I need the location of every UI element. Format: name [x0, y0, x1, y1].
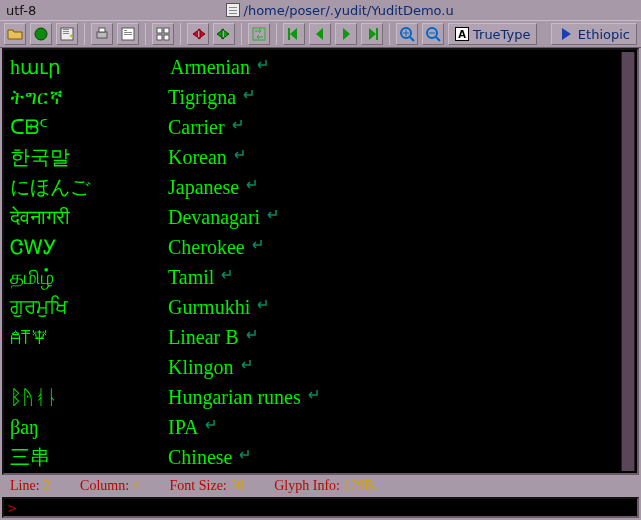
native-text[interactable]: 𐀁𐀵𐁆	[10, 326, 168, 349]
english-text[interactable]: Gurmukhi	[168, 296, 268, 319]
newline-icon	[218, 269, 232, 285]
text-row[interactable]: ትግርኛTigrigna	[10, 82, 631, 112]
statusbar: Line: 2 Column: 4 Font Size: 20 Glyph In…	[0, 475, 641, 497]
english-text[interactable]: Korean	[168, 146, 245, 169]
separator	[276, 23, 277, 45]
english-text[interactable]: IPA	[168, 416, 216, 439]
newline-icon	[236, 449, 250, 465]
newline-icon	[231, 149, 245, 165]
prev-button[interactable]	[309, 23, 331, 45]
last-button[interactable]	[361, 23, 383, 45]
grid-button[interactable]	[152, 23, 174, 45]
newline-icon	[254, 299, 268, 315]
svg-line-23	[436, 37, 440, 41]
native-text[interactable]: にほんご	[10, 174, 168, 201]
svg-rect-17	[376, 28, 378, 40]
open-button[interactable]	[4, 23, 26, 45]
newline-icon	[264, 209, 278, 225]
text-row[interactable]: ᛒᚤᚮᚿHungarian runes	[10, 382, 631, 412]
svg-rect-11	[157, 28, 162, 33]
svg-rect-14	[164, 35, 169, 40]
native-text[interactable]: தமிழ்	[10, 266, 168, 289]
editor-area[interactable]: hաւրArmenianትግርኛTigrignaᑕᗸᑦCarrier한국말Kor…	[2, 48, 639, 475]
redo-button[interactable]	[213, 23, 235, 45]
line-value: 2	[43, 478, 50, 493]
newline-icon	[305, 389, 319, 405]
native-text[interactable]: ਗੁਰਮੁਖਿ	[10, 296, 168, 319]
text-row[interactable]: தமிழ்Tamil	[10, 262, 631, 292]
text-row[interactable]: ᑕᗸᑦCarrier	[10, 112, 631, 142]
english-text[interactable]: Carrier	[168, 116, 243, 139]
text-row[interactable]: 三串Chinese	[10, 442, 631, 472]
undo-button[interactable]	[187, 23, 209, 45]
english-text[interactable]: Chinese	[168, 446, 250, 469]
native-text[interactable]: देवनागरी	[10, 206, 168, 229]
english-text[interactable]: Japanese	[168, 176, 257, 199]
next-button[interactable]	[335, 23, 357, 45]
title-center: /home/poser/.yudit/YuditDemo.u	[44, 3, 635, 18]
titlebar: utf-8 /home/poser/.yudit/YuditDemo.u	[0, 0, 641, 20]
native-text[interactable]: ትግርኛ	[10, 86, 168, 109]
svg-rect-9	[124, 32, 132, 33]
text-row[interactable]: देवनागरीDevanagari	[10, 202, 631, 232]
native-text[interactable]: ᏣᎳᎩ	[10, 236, 168, 259]
english-text[interactable]: Cherokee	[168, 236, 263, 259]
newline-icon	[254, 59, 268, 75]
english-text[interactable]: Klingon	[168, 356, 252, 379]
text-row[interactable]: ਗੁਰਮੁਖਿGurmukhi	[10, 292, 631, 322]
zoom-out-button[interactable]	[422, 23, 444, 45]
newline-icon	[229, 119, 243, 135]
script-selector[interactable]: Ethiopic	[551, 23, 637, 45]
text-row[interactable]: 한국말Korean	[10, 142, 631, 172]
native-text[interactable]: ᛒᚤᚮᚿ	[10, 386, 168, 409]
svg-rect-15	[253, 28, 265, 40]
save-button[interactable]	[56, 23, 78, 45]
native-text[interactable]: ᑕᗸᑦ	[10, 115, 168, 139]
text-row[interactable]: ᏣᎳᎩCherokee	[10, 232, 631, 262]
separator	[180, 23, 181, 45]
command-line[interactable]: >	[2, 497, 639, 518]
native-text[interactable]: 三串	[10, 444, 168, 471]
text-content[interactable]: hաւրArmenianትግርኛTigrignaᑕᗸᑦCarrier한국말Kor…	[4, 50, 637, 474]
font-label: TrueType	[473, 27, 530, 42]
direction-button[interactable]	[248, 23, 270, 45]
svg-rect-12	[164, 28, 169, 33]
font-glyph-icon: A	[455, 27, 469, 41]
native-text[interactable]: βaŋ	[10, 416, 168, 439]
english-text[interactable]: Hungarian runes	[168, 386, 319, 409]
scrollbar-thumb[interactable]	[622, 52, 634, 471]
english-text[interactable]: Tamil	[168, 266, 232, 289]
english-text[interactable]: Devanagari	[168, 206, 278, 229]
fontsize-label: Font Size:	[170, 478, 227, 493]
english-text[interactable]: Linear B	[168, 326, 257, 349]
file-path: /home/poser/.yudit/YuditDemo.u	[244, 3, 454, 18]
zoom-in-button[interactable]	[396, 23, 418, 45]
text-row[interactable]: βaŋIPA	[10, 412, 631, 442]
command-input[interactable]	[16, 500, 633, 515]
svg-rect-3	[63, 31, 69, 32]
script-label: Ethiopic	[578, 27, 630, 42]
english-text[interactable]: Armenian	[168, 56, 268, 79]
text-row[interactable]: hաւրArmenian	[10, 52, 631, 82]
preview-button[interactable]	[117, 23, 139, 45]
svg-rect-8	[124, 30, 127, 31]
text-row[interactable]: 𐀁𐀵𐁆Linear B	[10, 322, 631, 352]
fontsize-value: 20	[230, 478, 244, 493]
svg-rect-6	[99, 28, 105, 32]
english-text[interactable]: Tigrigna	[168, 86, 254, 109]
native-text[interactable]: 한국말	[10, 144, 168, 171]
newline-icon	[238, 359, 252, 375]
text-row[interactable]: にほんごJapanese	[10, 172, 631, 202]
text-row[interactable]: Klingon	[10, 352, 631, 382]
svg-rect-2	[63, 29, 69, 30]
svg-line-19	[410, 37, 414, 41]
first-button[interactable]	[283, 23, 305, 45]
newline-icon	[240, 89, 254, 105]
play-icon	[558, 26, 574, 42]
native-text[interactable]: hաւր	[10, 55, 168, 79]
print-button[interactable]	[91, 23, 113, 45]
svg-rect-13	[157, 35, 162, 40]
font-selector[interactable]: A TrueType	[448, 23, 537, 45]
action-green-button[interactable]	[30, 23, 52, 45]
vertical-scrollbar[interactable]	[621, 52, 635, 471]
